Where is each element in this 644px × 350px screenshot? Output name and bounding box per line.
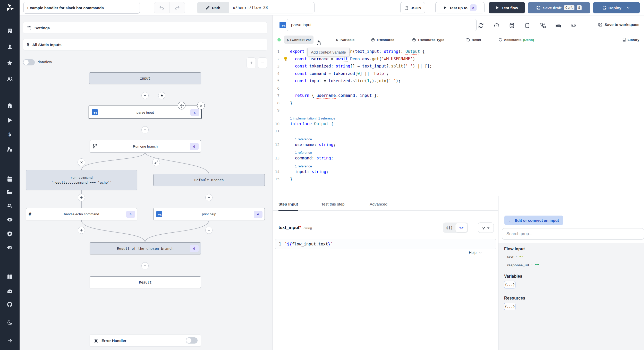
- trigger-zap-button[interactable]: [158, 92, 165, 99]
- remove-branch-button[interactable]: [78, 158, 85, 166]
- audit-eye-icon[interactable]: [7, 217, 13, 223]
- connect-plug-button[interactable]: [478, 223, 494, 233]
- refresh-icon: [498, 38, 502, 42]
- early-stop-gauge-icon[interactable]: [494, 23, 499, 28]
- workers-robot-icon[interactable]: [7, 244, 13, 251]
- code-editor[interactable]: 1export async function main(text_input: …: [273, 46, 644, 196]
- input-mode-toggle: ${} <>: [443, 223, 468, 233]
- resources-object-button[interactable]: {...}: [504, 303, 515, 310]
- test-flow-button[interactable]: Test flow: [489, 2, 525, 13]
- value-editor[interactable]: 1 `${flow_input.text}`: [275, 239, 496, 249]
- chevron-down-icon[interactable]: [626, 6, 630, 10]
- step-id-badge: c: [190, 109, 199, 116]
- tabs-row: Step Input Test this step Advanced: [273, 196, 498, 211]
- add-branch-button[interactable]: [152, 158, 160, 166]
- voicemail-icon[interactable]: [571, 23, 576, 28]
- flow-node-input[interactable]: Input: [89, 72, 201, 84]
- flow-node-handle-echo-command[interactable]: # handle echo command h: [26, 208, 137, 220]
- add-resource-button[interactable]: +Resource: [368, 36, 397, 44]
- add-context-var-button[interactable]: $ +Context Var: [284, 36, 313, 44]
- home-icon[interactable]: [7, 103, 13, 109]
- delete-step-button[interactable]: [197, 102, 205, 109]
- flow-node-branch-result[interactable]: Result of the chosen branch d: [90, 242, 201, 254]
- user-icon[interactable]: [7, 44, 13, 50]
- add-step-button[interactable]: [205, 194, 213, 201]
- tab-step-input[interactable]: Step Input: [278, 200, 298, 211]
- prop-row-text[interactable]: text:"": [507, 255, 644, 259]
- flow-node-result[interactable]: Result: [90, 276, 201, 288]
- flow-node-print-help[interactable]: TS print help e: [153, 208, 265, 220]
- cache-database-icon[interactable]: [509, 23, 515, 28]
- step-id-badge: e: [254, 211, 262, 218]
- retries-refresh-icon[interactable]: [478, 23, 484, 28]
- variables-title: Variables: [504, 274, 644, 279]
- variables-object-button[interactable]: {...}: [504, 281, 515, 288]
- tab-advanced[interactable]: Advanced: [370, 200, 387, 211]
- github-icon[interactable]: [7, 301, 13, 308]
- settings-gear-icon[interactable]: [7, 231, 13, 237]
- resources-cubes-icon[interactable]: [7, 146, 13, 152]
- redo-button[interactable]: [170, 2, 185, 13]
- add-variable-button[interactable]: $ +Variable: [334, 36, 357, 44]
- variables-dollar-icon[interactable]: $: [7, 131, 13, 137]
- undo-button[interactable]: [154, 2, 170, 13]
- folders-icon[interactable]: [7, 189, 13, 195]
- prop-row-response-url[interactable]: response_url:"": [507, 263, 644, 267]
- step-name-input[interactable]: [287, 19, 477, 31]
- add-step-button[interactable]: [141, 262, 149, 269]
- runs-play-icon[interactable]: [7, 117, 13, 123]
- code-mode-button[interactable]: <>: [455, 223, 467, 232]
- deploy-button[interactable]: Deploy: [593, 2, 640, 13]
- flow-node-default-branch[interactable]: Default Branch: [153, 174, 265, 186]
- star-icon[interactable]: [7, 60, 13, 66]
- groups-icon[interactable]: [7, 76, 13, 82]
- library-button[interactable]: Library: [620, 36, 642, 44]
- flow-node-run-command-branch[interactable]: run command `results.c.command === 'echo…: [26, 170, 137, 190]
- search-prop-input[interactable]: [502, 228, 644, 240]
- schedules-calendar-icon[interactable]: [7, 176, 13, 182]
- dark-mode-moon-icon[interactable]: [7, 320, 13, 326]
- save-to-workspace-button[interactable]: Save to workspace: [598, 22, 639, 27]
- add-step-button[interactable]: [141, 126, 149, 133]
- add-step-button[interactable]: [141, 92, 149, 99]
- step-editor: TS Save to workspace $ +Context Var $ +V…: [273, 15, 644, 196]
- play-icon: [496, 6, 499, 10]
- mock-square-icon[interactable]: [524, 23, 530, 28]
- path-value[interactable]: u/henri/flow_28: [229, 2, 314, 13]
- move-step-button[interactable]: [178, 102, 185, 109]
- file-json-icon: [404, 6, 409, 10]
- error-handler-toggle[interactable]: [186, 337, 198, 344]
- json-button[interactable]: JSON: [400, 2, 425, 13]
- reset-button[interactable]: Reset: [464, 36, 484, 44]
- suspend-phone-icon[interactable]: [540, 23, 546, 28]
- groups-settings-icon[interactable]: [7, 203, 13, 209]
- edit-or-connect-button[interactable]: ← Edit or connect an input: [504, 216, 563, 225]
- workspace-icon[interactable]: [7, 28, 13, 34]
- add-step-button[interactable]: [205, 227, 213, 234]
- sleep-bed-icon[interactable]: [555, 23, 561, 28]
- help-link[interactable]: Help: [469, 251, 482, 255]
- assistants-button[interactable]: Assistants (Deno): [496, 36, 537, 44]
- add-resource-type-button[interactable]: +Resource Type: [410, 36, 447, 44]
- error-handler-card[interactable]: Error Handler: [90, 334, 201, 347]
- save-draft-button[interactable]: Save draft Ctrl S: [528, 2, 590, 13]
- sidebar-divider: [2, 92, 18, 92]
- mouse-cursor-hand: [316, 39, 322, 46]
- kbd-s: S: [577, 5, 582, 10]
- add-step-button[interactable]: [78, 227, 85, 234]
- value-code[interactable]: `${flow_input.text}`: [285, 242, 333, 246]
- test-up-to-button[interactable]: Test up to c: [435, 2, 485, 13]
- code-lines[interactable]: 1export async function main(text_input: …: [273, 48, 644, 183]
- expand-arrow-icon[interactable]: [7, 338, 13, 344]
- discord-icon[interactable]: [7, 288, 13, 295]
- book-icon: [622, 38, 626, 42]
- windmill-logo-icon[interactable]: [0, 0, 20, 15]
- save-icon: [536, 6, 540, 10]
- docs-book-icon[interactable]: [7, 274, 13, 280]
- tab-test-this-step[interactable]: Test this step: [321, 200, 344, 211]
- flow-node-run-one-branch[interactable]: Run one branch d: [90, 140, 201, 152]
- path-field[interactable]: Path u/henri/flow_28: [197, 2, 315, 13]
- expr-mode-button[interactable]: ${}: [444, 223, 455, 232]
- add-step-button[interactable]: [78, 194, 85, 201]
- flow-title-input[interactable]: [23, 2, 140, 14]
